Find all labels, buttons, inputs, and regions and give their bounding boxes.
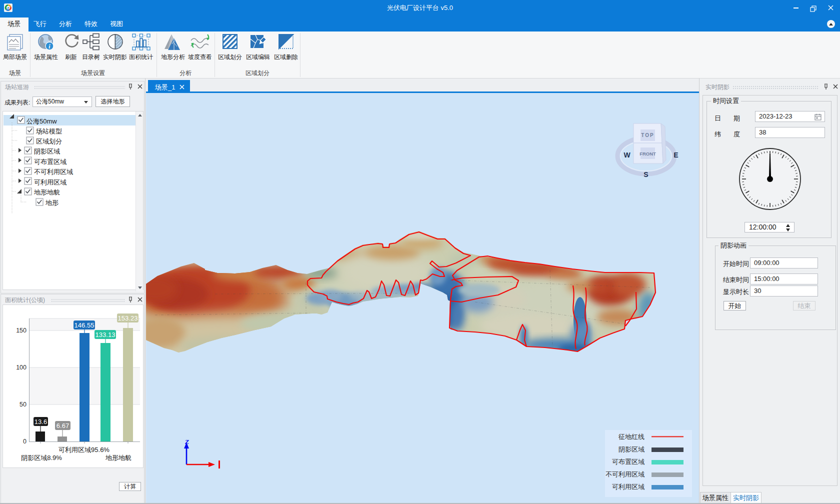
svg-text:133.13: 133.13 [96, 331, 116, 338]
svg-text:FRONT: FRONT [640, 151, 656, 156]
svg-text:阴影区域8.9%: 阴影区域8.9% [21, 454, 62, 462]
svg-text:0: 0 [23, 438, 26, 445]
svg-text:不可利用区域: 不可利用区域 [606, 470, 644, 478]
svg-text:146.55: 146.55 [74, 322, 94, 329]
svg-text:征地红线: 征地红线 [618, 433, 644, 440]
svg-text:W: W [624, 151, 630, 159]
svg-text:50: 50 [20, 401, 26, 408]
svg-text:E: E [674, 151, 678, 159]
svg-text:Z: Z [184, 438, 189, 446]
svg-text:150: 150 [16, 327, 26, 334]
svg-text:可利用区域: 可利用区域 [612, 483, 644, 490]
svg-text:阴影区域: 阴影区域 [618, 446, 644, 453]
svg-text:地形地貌: 地形地貌 [106, 454, 132, 462]
svg-text:e: e [8, 5, 10, 10]
svg-text:13.6: 13.6 [34, 418, 47, 426]
svg-text:可利用区域95.6%: 可利用区域95.6% [58, 446, 110, 454]
svg-text:100: 100 [16, 364, 26, 371]
svg-text:S: S [644, 170, 648, 178]
svg-text:153.23: 153.23 [118, 314, 138, 322]
svg-text:TOP: TOP [641, 132, 654, 138]
svg-text:6.67: 6.67 [56, 422, 69, 430]
svg-text:可布置区域: 可布置区域 [612, 458, 644, 466]
